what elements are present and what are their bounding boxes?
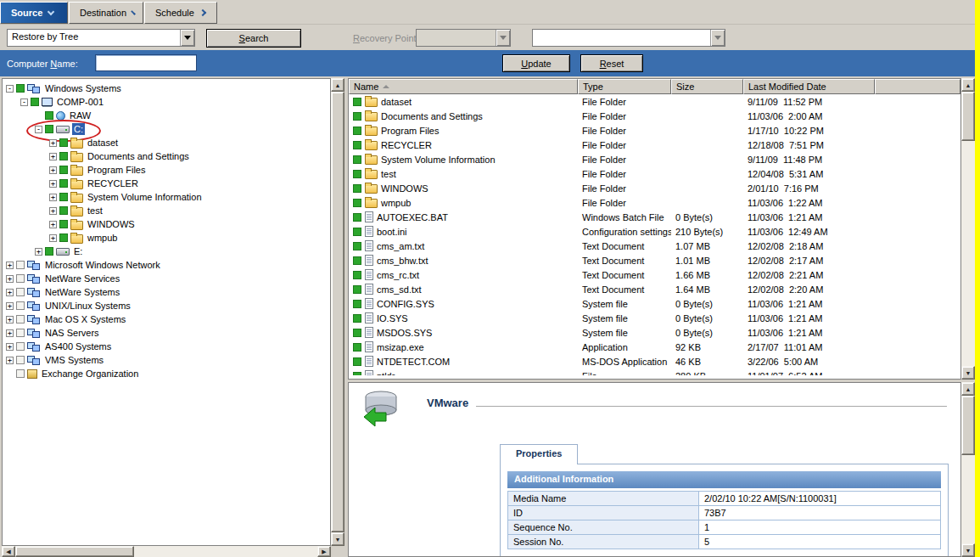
tree-item-label[interactable]: WINDOWS: [86, 218, 137, 230]
file-row[interactable]: cms_sd.txt Text Document 1.64 MB 12/02/0…: [349, 282, 960, 296]
tree-expander[interactable]: +: [49, 180, 57, 188]
scrollbar-track[interactable]: [961, 396, 975, 543]
properties-scrollbar[interactable]: ▲ ▼: [961, 382, 975, 557]
scroll-down-icon[interactable]: ▼: [961, 366, 975, 380]
restore-mode-combobox[interactable]: Restore by Tree: [7, 29, 195, 47]
tree-expander[interactable]: +: [49, 207, 57, 215]
file-row[interactable]: boot.ini Configuration settings 210 Byte…: [349, 224, 960, 239]
tree-checkbox[interactable]: [59, 233, 68, 242]
file-row[interactable]: CONFIG.SYS System file 0 Byte(s) 11/03/0…: [349, 296, 960, 311]
tree-checkbox[interactable]: [59, 179, 68, 188]
tree-expander[interactable]: +: [6, 316, 14, 324]
scrollbar-track[interactable]: [331, 92, 344, 532]
tree-item[interactable]: + UNIX/Linux Systems: [3, 299, 330, 312]
scrollbar-track[interactable]: [961, 92, 975, 366]
file-name[interactable]: test: [381, 169, 396, 179]
tree-item-label[interactable]: test: [86, 205, 104, 217]
scroll-down-icon[interactable]: ▼: [331, 532, 344, 546]
tree-item-label[interactable]: Microsoft Windows Network: [43, 259, 162, 271]
file-name[interactable]: boot.ini: [377, 227, 406, 237]
tree-expander[interactable]: +: [35, 248, 42, 256]
tree-item[interactable]: + RECYCLER: [3, 177, 330, 190]
scroll-up-icon[interactable]: ▲: [961, 78, 975, 92]
tree-item[interactable]: + NAS Servers: [3, 326, 330, 340]
tree-item[interactable]: + NetWare Services: [3, 272, 330, 285]
tab-schedule[interactable]: Schedule: [144, 2, 217, 24]
tree-item-label[interactable]: COMP-001: [55, 96, 105, 108]
tree-item[interactable]: - C:: [3, 122, 330, 136]
tree-expander[interactable]: +: [6, 275, 14, 283]
tree-checkbox[interactable]: [59, 166, 68, 174]
column-header-name[interactable]: Name: [349, 79, 578, 94]
tree-expander[interactable]: -: [20, 98, 28, 106]
tree-checkbox[interactable]: [59, 220, 68, 228]
file-checkbox[interactable]: [353, 343, 361, 352]
tree-expander[interactable]: +: [6, 343, 14, 351]
tree-expander[interactable]: -: [35, 126, 42, 133]
tree-horizontal-scrollbar[interactable]: ◀ ▶: [2, 546, 331, 557]
tree-item[interactable]: + NetWare Systems: [3, 285, 330, 299]
tree-checkbox[interactable]: [16, 356, 25, 364]
scrollbar-track[interactable]: [15, 546, 317, 557]
tree-checkbox[interactable]: [45, 247, 53, 256]
file-checkbox[interactable]: [353, 141, 361, 149]
tree-item-label[interactable]: E:: [72, 245, 84, 257]
file-name[interactable]: WINDOWS: [381, 183, 428, 194]
tree-item[interactable]: + System Volume Information: [3, 190, 330, 204]
file-checkbox[interactable]: [353, 155, 361, 164]
tree-expander[interactable]: +: [49, 139, 57, 147]
column-header-date[interactable]: Last Modified Date: [743, 79, 875, 94]
tree-expander[interactable]: +: [6, 357, 14, 364]
file-name[interactable]: cms_sd.txt: [377, 284, 422, 295]
file-name[interactable]: dataset: [381, 97, 412, 107]
file-name[interactable]: Program Files: [381, 126, 439, 136]
tree-checkbox[interactable]: [16, 329, 25, 337]
file-checkbox[interactable]: [353, 372, 361, 376]
tree-expander[interactable]: +: [49, 166, 57, 174]
tree-item[interactable]: + E:: [3, 245, 330, 258]
tree-checkbox[interactable]: [31, 98, 39, 106]
tab-source[interactable]: Source: [0, 2, 68, 24]
tree-item-label[interactable]: UNIX/Linux Systems: [43, 300, 132, 312]
tree-item-label[interactable]: wmpub: [86, 232, 119, 244]
reset-button[interactable]: Reset: [580, 54, 643, 72]
tree-item-label[interactable]: VMS Systems: [43, 354, 105, 366]
tree-expander[interactable]: +: [49, 194, 57, 201]
scroll-right-icon[interactable]: ▶: [317, 546, 331, 557]
tree-item[interactable]: + VMS Systems: [3, 353, 330, 367]
tree-checkbox[interactable]: [16, 301, 25, 310]
tree-checkbox[interactable]: [16, 288, 25, 296]
file-checkbox[interactable]: [353, 357, 361, 366]
file-row[interactable]: wmpub File Folder 11/03/06 1:22 AM: [349, 195, 960, 210]
tree-item-label[interactable]: Program Files: [86, 164, 147, 176]
file-row[interactable]: msizap.exe Application 92 KB 2/17/07 11:…: [349, 340, 960, 354]
tree-checkbox[interactable]: [45, 125, 53, 133]
file-name[interactable]: MSDOS.SYS: [377, 328, 432, 338]
file-name[interactable]: CONFIG.SYS: [377, 299, 434, 309]
file-checkbox[interactable]: [353, 199, 361, 207]
file-list-scrollbar[interactable]: ▲ ▼: [961, 78, 975, 380]
tree-expander[interactable]: +: [6, 329, 14, 337]
file-row[interactable]: Program Files File Folder 1/17/10 10:22 …: [349, 123, 960, 138]
tree-item[interactable]: + WINDOWS: [3, 217, 330, 231]
file-checkbox[interactable]: [353, 228, 361, 236]
file-name[interactable]: msizap.exe: [377, 342, 424, 352]
tree-item[interactable]: + Mac OS X Systems: [3, 312, 330, 326]
file-checkbox[interactable]: [353, 127, 361, 135]
tree-checkbox[interactable]: [59, 138, 68, 147]
tree-expander[interactable]: +: [6, 289, 14, 296]
file-name[interactable]: cms_bhw.txt: [377, 256, 428, 266]
file-row[interactable]: NTDETECT.COM MS-DOS Application 46 KB 3/…: [349, 354, 960, 369]
file-checkbox[interactable]: [353, 329, 361, 337]
file-checkbox[interactable]: [353, 285, 361, 294]
computer-name-input[interactable]: [95, 54, 197, 71]
tree-item[interactable]: + AS400 Systems: [3, 340, 330, 353]
tree-vertical-scrollbar[interactable]: ▲ ▼: [331, 78, 344, 546]
file-checkbox[interactable]: [353, 256, 361, 265]
scrollbar-thumb[interactable]: [961, 396, 975, 455]
tree-item-label[interactable]: dataset: [86, 137, 120, 149]
tree-item[interactable]: RAW: [3, 109, 330, 122]
file-checkbox[interactable]: [353, 170, 361, 178]
tree-item[interactable]: + wmpub: [3, 231, 330, 245]
scroll-left-icon[interactable]: ◀: [2, 546, 15, 557]
